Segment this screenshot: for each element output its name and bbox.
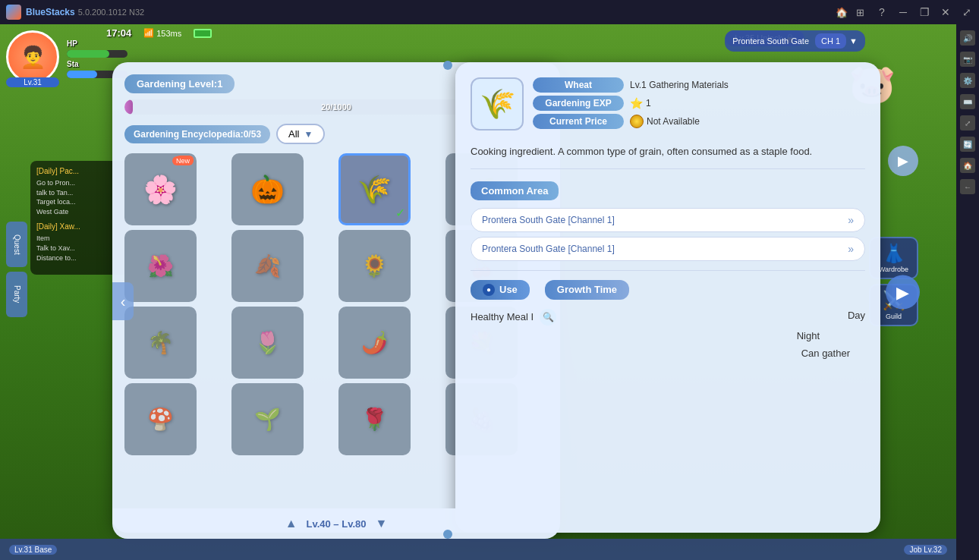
item-cell-13[interactable]: 🌱 [231, 383, 304, 455]
growth-time-label: Growth Time [557, 284, 617, 295]
screenshot-icon[interactable]: 📷 [960, 52, 975, 67]
hp-bar-bg [67, 50, 127, 58]
wifi-icon: 📶 [143, 28, 154, 38]
item-cell-5[interactable]: 🍂 [231, 230, 304, 302]
hp-label: HP [67, 39, 127, 48]
common-area-header: Common Area [471, 181, 559, 200]
item-cell-9[interactable]: 🌷 [231, 307, 304, 379]
item-cell-8[interactable]: 🌴 [124, 307, 197, 379]
signal-ms: 153ms [156, 29, 181, 38]
encyclopedia-badge: Gardening Encyclopedia:0/53 [124, 125, 270, 143]
bluestacks-right-sidebar: 🔊 📷 ⚙️ ⌨️ ⤢ 🔄 🏠 ← [956, 24, 979, 560]
back-icon[interactable]: ← [960, 179, 975, 194]
window-controls: ? ─ ❐ ✕ ⤢ [876, 6, 973, 18]
multi-instance-btn[interactable]: ⊞ [853, 5, 867, 19]
job-level-item: Job Lv.32 [904, 545, 947, 555]
job-level-badge: Job Lv.32 [904, 545, 947, 555]
time-display: 17:04 [106, 27, 131, 39]
item-description: Cooking ingredient. A common type of gra… [471, 144, 865, 169]
help-btn[interactable]: ? [876, 6, 888, 18]
forward-nav-btn[interactable]: ▶ [888, 146, 918, 176]
growth-time-button[interactable]: Growth Time [545, 280, 629, 300]
range-right-arrow[interactable]: ▼ [376, 517, 388, 530]
player-avatar[interactable]: 🧑‍🦱 [6, 30, 59, 83]
item-icon-9: 🌷 [254, 330, 281, 355]
expand-icon[interactable]: ⤢ [960, 115, 975, 131]
location-name: Prontera South Gate [732, 36, 809, 46]
keyboard-icon[interactable]: ⌨️ [960, 94, 975, 109]
item-check-2: ✓ [395, 206, 405, 220]
back-arrow[interactable]: ‹ [112, 282, 134, 320]
volume-icon[interactable]: 🔊 [960, 30, 975, 46]
titlebar: BlueStacks 5.0.200.1012 N32 🏠 ⊞ ? ─ ❐ ✕ … [0, 0, 979, 24]
connector-top [443, 61, 452, 70]
quest-nav-btn[interactable]: Quest [6, 222, 27, 267]
guild-label: Guild [886, 313, 902, 320]
minimize-btn[interactable]: ─ [897, 6, 909, 18]
party-nav-btn[interactable]: Party [6, 272, 27, 317]
hp-bar-fill [67, 50, 109, 58]
wheat-emoji: 🌾 [480, 87, 515, 121]
item-icon-4: 🌺 [147, 253, 174, 278]
filter-button[interactable]: All ▼ [276, 124, 325, 144]
brand-name: BlueStacks [26, 7, 75, 17]
wardrobe-label: Wardrobe [879, 266, 908, 273]
growth-night: Night [797, 330, 820, 341]
item-icon-13: 🌱 [254, 407, 281, 432]
item-cell-0[interactable]: 🌸 New [124, 153, 197, 225]
filter-label: All [288, 128, 299, 140]
item-icon-12: 🍄 [147, 407, 174, 432]
bottom-bar: Lv.31 Base Job Lv.32 [0, 539, 956, 560]
item-icon-1: 🎃 [250, 174, 285, 206]
version-text: 5.0.200.1012 N32 [78, 8, 835, 17]
home-nav-btn[interactable]: 🏠 [835, 5, 848, 19]
gardening-exp-row: Gardening EXP ⭐ 1 [533, 96, 865, 111]
close-btn[interactable]: ✕ [940, 6, 952, 18]
wardrobe-icon: 👗 [883, 243, 905, 264]
rotate-icon[interactable]: 🔄 [960, 137, 975, 152]
use-label: Use [499, 284, 518, 295]
expand-btn[interactable]: ⤢ [961, 6, 973, 18]
right-nav-panel: ▶ [888, 146, 918, 176]
location-entry-1[interactable]: Prontera South Gate [Channel 1] » [471, 208, 865, 232]
channel-arrow: ▼ [849, 36, 858, 46]
player-level: Lv.31 [6, 77, 59, 87]
base-level-badge: Lv.31 Base [9, 545, 57, 555]
current-price-label: Current Price [533, 114, 624, 129]
use-button[interactable]: ● Use [471, 280, 530, 300]
item-cell-10[interactable]: 🌶️ [338, 307, 411, 379]
item-cell-2[interactable]: 🌾 ✓ [338, 153, 411, 225]
restore-btn[interactable]: ❐ [918, 6, 930, 18]
exp-number: 1 [646, 98, 651, 109]
gardening-exp-value: ⭐ 1 [630, 97, 651, 109]
item-large-icon: 🌾 [471, 77, 524, 131]
quest-text-1: Go to Pron...talk to Tan...Target loca..… [36, 178, 123, 216]
blue-nav-right[interactable]: ▶ [886, 275, 920, 310]
item-icon-0: 🌸 [143, 174, 178, 206]
gardening-exp-label: Gardening EXP [533, 96, 624, 111]
location-button[interactable]: Prontera South Gate CH 1 ▼ [725, 30, 865, 52]
item-cell-14[interactable]: 🌹 [338, 383, 411, 455]
settings-icon[interactable]: ⚙️ [960, 73, 975, 88]
home-icon[interactable]: 🏠 [960, 158, 975, 173]
xp-bar-text: 20/1000 [321, 102, 351, 112]
detail-panel: 🌾 Wheat Lv.1 Gathering Materials Gardeni… [455, 62, 880, 533]
item-type-value: Lv.1 Gathering Materials [630, 80, 729, 90]
recipe-search-btn[interactable]: 🔍 [540, 309, 556, 326]
section-divider [471, 270, 865, 271]
growth-day: Day [848, 310, 865, 321]
item-cell-4[interactable]: 🌺 [124, 230, 197, 302]
battery-icon [194, 29, 212, 38]
location-entry-2[interactable]: Prontera South Gate [Channel 1] » [471, 237, 865, 261]
item-icon-14: 🌹 [361, 407, 388, 432]
signal-bar: 📶 153ms [143, 28, 181, 38]
item-cell-12[interactable]: 🍄 [124, 383, 197, 455]
price-text: Not Available [647, 116, 700, 127]
filter-arrow-icon: ▼ [304, 129, 313, 140]
item-cell-1[interactable]: 🎃 [231, 153, 304, 225]
item-cell-6[interactable]: 🌻 [338, 230, 411, 302]
sta-bar-fill [67, 71, 97, 78]
item-icon-8: 🌴 [147, 330, 174, 355]
range-left-arrow[interactable]: ▲ [285, 517, 297, 530]
channel-badge[interactable]: CH 1 [815, 33, 846, 49]
